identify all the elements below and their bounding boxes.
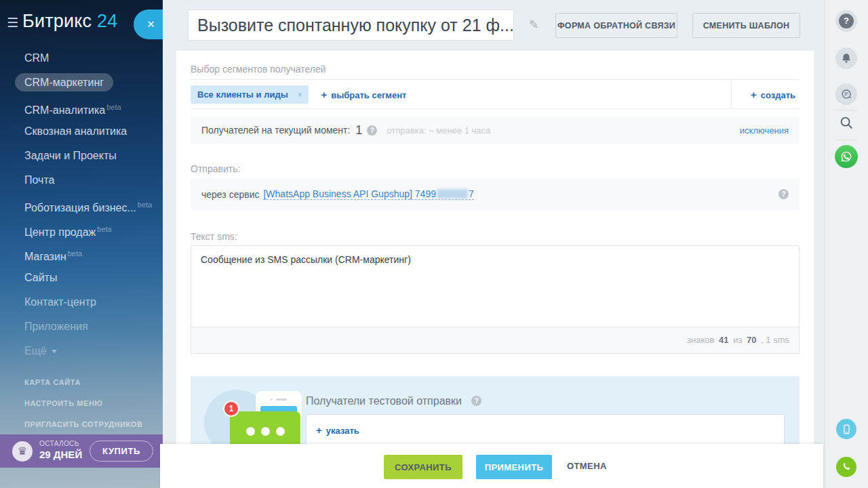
segment-chip[interactable]: Все клиенты и лиды ×	[191, 85, 309, 104]
action-footer: СОХРАНИТЬ ПРИМЕНИТЬ ОТМЕНА	[160, 444, 823, 488]
help-icon[interactable]: ?	[471, 396, 481, 406]
sending-estimate: отправка: ~ менее 1 часа	[387, 125, 490, 136]
plus-icon: +	[321, 89, 327, 100]
license-remaining-label: ОСТАЛОСЬ	[39, 440, 82, 449]
help-icon[interactable]: ?	[367, 125, 377, 136]
chat-bubble-icon	[230, 411, 300, 444]
campaign-settings-panel: Выбор сегментов получателей Все клиенты …	[176, 51, 814, 444]
sidebar-item-applications[interactable]: Приложения	[0, 314, 163, 339]
send-label: Отправить:	[191, 163, 240, 174]
bitrix24-logo: Битрикс 24	[22, 11, 117, 32]
recipients-info-bar: Получателей на текущий момент: 1 ? отпра…	[191, 117, 800, 144]
mobile-app-icon[interactable]	[836, 419, 856, 439]
invite-employees-link[interactable]: ПРИГЛАСИТЬ СОТРУДНИКОВ	[24, 420, 143, 428]
divider	[731, 79, 732, 109]
redacted-phone-digits	[437, 189, 468, 199]
sidebar-menu: CRM CRM-маркетинг CRM-аналитикаbeta Скво…	[0, 46, 163, 363]
sidebar-item-store[interactable]: Магазинbeta	[0, 241, 163, 266]
beta-badge: beta	[138, 201, 152, 209]
test-recipients-box: +указать	[306, 414, 785, 444]
sidebar-item-rpa[interactable]: Роботизация бизнес...beta	[0, 192, 163, 217]
create-segment-link[interactable]: +создать	[751, 89, 795, 100]
sidebar-item-crm[interactable]: CRM	[0, 46, 163, 70]
sidebar-item-end-to-end-analytics[interactable]: Сквозная аналитика	[0, 119, 163, 144]
configure-menu-link[interactable]: НАСТРОИТЬ МЕНЮ	[24, 399, 103, 407]
whatsapp-icon[interactable]	[835, 145, 858, 168]
add-test-recipient-link[interactable]: +указать	[316, 426, 359, 436]
help-icon[interactable]: ?	[778, 189, 789, 199]
beta-badge: beta	[106, 103, 121, 111]
sidebar-item-mail[interactable]: Почта	[0, 168, 163, 192]
chevron-down-icon	[52, 350, 57, 353]
send-service-bar: через сервис [WhatsApp Business API Gups…	[191, 178, 800, 210]
sidebar-item-crm-analytics[interactable]: CRM-аналитикаbeta	[0, 95, 163, 119]
save-button[interactable]: СОХРАНИТЬ	[384, 455, 462, 479]
sms-text-label: Текст sms:	[191, 231, 237, 242]
feedback-form-button[interactable]: ФОРМА ОБРАТНОЙ СВЯЗИ	[555, 13, 677, 38]
cancel-button[interactable]: ОТМЕНА	[567, 461, 607, 471]
phone-illustration: 1	[204, 387, 306, 444]
search-icon[interactable]	[839, 115, 854, 133]
campaign-title-input[interactable]: Вызовите спонтанную покупку от 21 ф...	[188, 9, 514, 41]
change-template-button[interactable]: СМЕНИТЬ ШАБЛОН	[692, 13, 800, 38]
recipients-label: Получателей на текущий момент:	[201, 125, 350, 136]
segments-label: Выбор сегментов получателей	[191, 64, 326, 75]
send-prefix: через сервис	[201, 189, 259, 200]
hamburger-icon[interactable]: ☰	[7, 15, 18, 30]
close-menu-button[interactable]: ✕	[134, 9, 163, 39]
segments-row: Все клиенты и лиды × +выбрать сегмент +с…	[191, 79, 800, 109]
beta-badge: beta	[68, 249, 82, 258]
close-icon: ✕	[146, 18, 155, 30]
plus-icon: +	[316, 424, 322, 436]
plus-icon: +	[751, 89, 757, 100]
test-recipients-label: Получатели тестовой отправки ?	[306, 395, 481, 407]
buy-button[interactable]: КУПИТЬ	[90, 441, 153, 462]
notification-badge: 1	[223, 401, 239, 417]
sidebar-item-tasks-projects[interactable]: Задачи и Проекты	[0, 144, 163, 168]
left-sidebar: ☰ Битрикс 24 ✕ CRM CRM-маркетинг CRM-ана…	[0, 0, 163, 488]
sms-text-input[interactable]: Сообщение из SMS рассылки (CRM-маркетинг…	[191, 245, 800, 327]
select-segment-link[interactable]: +выбрать сегмент	[321, 89, 406, 100]
beta-badge: beta	[97, 225, 111, 233]
apply-button[interactable]: ПРИМЕНИТЬ	[476, 455, 552, 479]
remove-segment-icon[interactable]: ×	[297, 90, 302, 100]
crown-icon: ♛	[12, 441, 33, 462]
help-icon[interactable]: ?	[835, 10, 857, 32]
license-bar: ♛ ОСТАЛОСЬ 29 ДНЕЙ КУПИТЬ	[0, 434, 163, 468]
sidebar-item-contact-center[interactable]: Контакт-центр	[0, 290, 163, 314]
recipients-count: 1	[355, 123, 362, 138]
divider	[835, 140, 858, 140]
telephony-phone-icon[interactable]	[836, 457, 856, 477]
test-recipients-panel: 1 Получатели тестовой отправки ? +указат…	[191, 376, 800, 444]
license-remaining-value: 29 ДНЕЙ	[39, 449, 82, 462]
right-toolbar: ?	[825, 0, 868, 488]
sidebar-item-sales-center[interactable]: Центр продажbeta	[0, 217, 163, 241]
edit-pencil-icon[interactable]: ✎	[529, 18, 538, 32]
chat-messages-icon[interactable]	[835, 83, 857, 105]
sitemap-link[interactable]: КАРТА САЙТА	[24, 378, 81, 386]
notifications-bell-icon[interactable]	[835, 47, 857, 69]
sidebar-item-sites[interactable]: Сайты	[0, 266, 163, 290]
service-link[interactable]: [WhatsApp Business API Gupshup] 74997	[263, 188, 473, 200]
divider	[835, 110, 858, 110]
exclusions-link[interactable]: исключения	[740, 125, 789, 136]
sms-char-counter: знаков 41 из 70 , 1 sms	[191, 327, 800, 354]
sidebar-item-more[interactable]: Ещё	[0, 339, 163, 363]
sidebar-item-crm-marketing[interactable]: CRM-маркетинг	[0, 70, 163, 95]
